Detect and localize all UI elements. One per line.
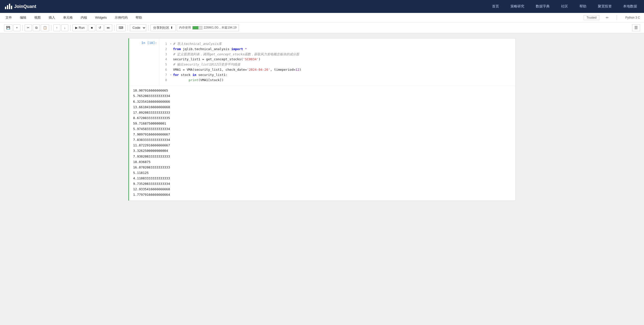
- cut-icon: ✂: [27, 26, 30, 29]
- move-down-button[interactable]: ↓: [61, 24, 68, 31]
- cut-button[interactable]: ✂: [24, 24, 32, 31]
- memory-indicator: 内存使用 226M/1.0G，本篇194.19: [177, 24, 239, 31]
- toolbar: 💾 + ✂ ⧉ 📋 ↑ ↓ ▶ Run ■ ↺ ⏭ ⌨ Code 分享到社区 ⬆: [0, 22, 644, 33]
- output-line: 10.907916666666665: [133, 88, 512, 93]
- restart-button[interactable]: ↺: [96, 24, 104, 31]
- save-button[interactable]: 💾: [4, 24, 12, 31]
- nav-local[interactable]: 本地数据: [621, 3, 639, 10]
- code-token: *: [245, 47, 247, 52]
- output-line: 3.3262500000000004: [133, 148, 512, 154]
- line-number: 3: [161, 52, 167, 57]
- output-line: 7.93020833333333333: [133, 154, 512, 159]
- line-number: 7: [161, 72, 167, 78]
- fast-forward-icon: ⏭: [107, 26, 110, 29]
- memory-bar: [192, 26, 202, 29]
- menu-file[interactable]: 文件: [4, 14, 14, 21]
- line-number: 8: [161, 78, 167, 83]
- fast-forward-button[interactable]: ⏭: [104, 24, 112, 31]
- fold-button[interactable]: [170, 57, 173, 61]
- plus-icon: +: [16, 26, 18, 29]
- keyboard-icon: ⌨: [119, 26, 124, 29]
- nav-help[interactable]: 帮助: [578, 3, 588, 10]
- list-icon: ☰: [634, 25, 638, 30]
- arrow-up-icon: ↑: [56, 26, 58, 29]
- share-label: 分享到社区: [153, 25, 169, 30]
- line-number: 1: [161, 41, 167, 47]
- menu-edit[interactable]: 编辑: [18, 14, 28, 21]
- paste-icon: 📋: [43, 26, 47, 29]
- run-play-icon: ▶: [75, 26, 78, 29]
- notebook-cell: In [18]: 1▾# 导入technical_analysis库2 from…: [128, 38, 516, 201]
- code-editor[interactable]: 1▾# 导入technical_analysis库2 from jqlib.te…: [159, 40, 516, 84]
- add-cell-button[interactable]: +: [14, 24, 20, 31]
- menu-examples[interactable]: 示例代码: [113, 14, 129, 21]
- stop-button[interactable]: ■: [88, 24, 95, 31]
- code-token: jqlib.technical_analysis: [183, 47, 232, 52]
- nav-invest[interactable]: 聚宽投资: [596, 3, 614, 10]
- move-up-button[interactable]: ↑: [54, 24, 60, 31]
- paste-button[interactable]: 📋: [41, 24, 49, 31]
- trusted-badge[interactable]: Trusted: [584, 15, 599, 20]
- output-line: 13.6610416666666668: [133, 104, 512, 110]
- cell-prompt: In [18]:: [129, 38, 159, 47]
- nav-strategy[interactable]: 策略研究: [508, 3, 526, 10]
- code-token: VMA1 = VMA(security_list1, check_date=: [173, 67, 247, 72]
- fold-button[interactable]: ▾: [170, 42, 173, 46]
- output-line: 5.76520833333333334: [133, 93, 512, 99]
- fold-button[interactable]: [170, 52, 173, 56]
- menu-help[interactable]: 帮助: [134, 14, 144, 21]
- code-token: 'SC0034': [243, 57, 259, 62]
- share-icon: ⬆: [170, 26, 173, 29]
- cell-type-select[interactable]: Code: [130, 24, 146, 31]
- output-line: 5.118125: [133, 170, 512, 176]
- kernel-info: Python 3 C: [626, 16, 640, 19]
- line-number: 6: [161, 67, 167, 72]
- memory-label: 内存使用: [179, 25, 191, 30]
- code-line: 6 VMA1 = VMA(security_list1, check_date=…: [161, 67, 514, 72]
- nav-community[interactable]: 社区: [559, 3, 570, 10]
- logo[interactable]: JoinQuant: [5, 4, 36, 9]
- stop-icon: ■: [91, 26, 93, 29]
- menu-widgets[interactable]: Widgets: [94, 15, 108, 20]
- separator-2: [51, 25, 52, 31]
- nav-links: 首页 策略研究 数据字典 社区 帮助 聚宽投资 本地数据: [46, 3, 639, 10]
- code-token: ): [258, 57, 260, 62]
- fold-button[interactable]: [170, 63, 173, 67]
- output-line: 16.0702083333333333: [133, 165, 512, 170]
- top-navbar: JoinQuant 首页 策略研究 数据字典 社区 帮助 聚宽投资 本地数据: [0, 0, 644, 13]
- fold-button[interactable]: [170, 78, 173, 82]
- code-line: 5 # 输出security_list1的12日变异平均线值: [161, 62, 514, 67]
- code-token: from: [173, 47, 183, 52]
- menu-kernel[interactable]: 内核: [79, 14, 89, 21]
- copy-button[interactable]: ⧉: [33, 24, 40, 31]
- output-line: 6.32354166666666666: [133, 99, 512, 104]
- menu-cell[interactable]: 单元格: [62, 14, 74, 21]
- run-button[interactable]: ▶ Run: [72, 24, 88, 31]
- code-token: security_list1 = get_concept_stocks(: [173, 57, 243, 62]
- code-token: # 导入technical_analysis库: [173, 41, 222, 47]
- code-token: security_list1:: [198, 72, 228, 78]
- menu-insert[interactable]: 插入: [47, 14, 56, 21]
- separator-5: [128, 25, 128, 31]
- line-number: 4: [161, 57, 167, 62]
- code-token: # 输出security_list1的12日变异平均线值: [173, 62, 240, 67]
- output-line: 12.9335416666666668: [133, 187, 512, 192]
- cell-input[interactable]: 1▾# 导入technical_analysis库2 from jqlib.te…: [159, 38, 516, 86]
- edit-pencil-icon[interactable]: ✏: [604, 15, 610, 20]
- fold-button[interactable]: [170, 68, 173, 72]
- fold-button[interactable]: ▾: [170, 73, 173, 77]
- code-token: [173, 78, 189, 83]
- share-button[interactable]: 分享到社区 ⬆: [150, 24, 176, 31]
- fold-button[interactable]: [170, 47, 173, 51]
- list-button[interactable]: ☰: [632, 24, 640, 31]
- arrow-down-icon: ↓: [64, 26, 66, 29]
- output-line: 11.8722916666666667: [133, 143, 512, 148]
- save-icon: 💾: [6, 26, 10, 29]
- code-token: , timeperiod=: [270, 67, 296, 72]
- logo-text: JoinQuant: [14, 4, 36, 9]
- nav-home[interactable]: 首页: [490, 3, 501, 10]
- menu-view[interactable]: 视图: [33, 14, 42, 21]
- keyboard-button[interactable]: ⌨: [116, 24, 126, 31]
- nav-data[interactable]: 数据字典: [534, 3, 552, 10]
- code-token: stock: [181, 72, 192, 78]
